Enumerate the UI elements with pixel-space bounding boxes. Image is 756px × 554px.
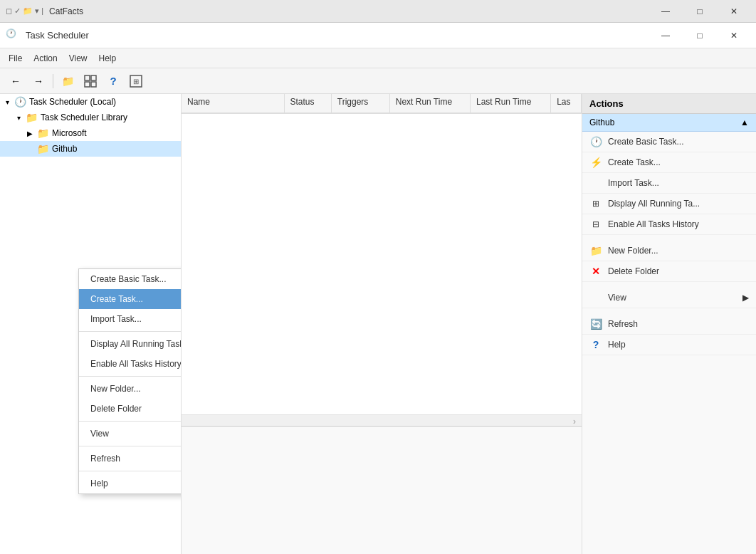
action-label: Display All Running Ta... (608, 199, 700, 209)
app-title-text: Task Scheduler (26, 30, 89, 41)
svg-rect-1 (91, 75, 96, 80)
create-basic-task-icon: 🕐 (589, 135, 602, 148)
menu-help[interactable]: Help (93, 51, 122, 66)
action-display-running[interactable]: ⊞ Display All Running Ta... (582, 194, 756, 214)
table-body (182, 114, 582, 414)
svg-text:⊞: ⊞ (133, 78, 139, 85)
ctx-separator-1 (79, 331, 182, 332)
expand-icon-microsoft: ▶ (26, 130, 34, 137)
toolbar: ← → 📁 ? ⊞ (0, 68, 756, 94)
app-minimize-button[interactable]: — (649, 26, 682, 45)
grid-button[interactable] (80, 72, 100, 90)
app-title-bar: 🕐 Task Scheduler — □ ✕ (0, 23, 756, 48)
create-task-icon: ⚡ (589, 156, 602, 169)
back-button[interactable]: ← (6, 72, 26, 90)
action-separator-1 (582, 235, 756, 241)
app-title-left: 🕐 Task Scheduler (6, 28, 89, 43)
tree-item-library[interactable]: ▾ 📁 Task Scheduler Library (0, 110, 181, 125)
ctx-create-basic-task[interactable]: Create Basic Task... (79, 269, 182, 289)
info-button[interactable]: ⊞ (126, 72, 146, 90)
title-bar: ◻ ✓ 📁 ▾ | CatFacts — □ ✕ (0, 0, 756, 23)
view-icon (589, 291, 602, 304)
col-next-run: Next Run Time (390, 94, 471, 113)
expand-icon: ▾ (3, 98, 11, 106)
app-window: 🕐 Task Scheduler — □ ✕ File Action View … (0, 23, 756, 554)
horizontal-scrollbar[interactable]: › (182, 414, 582, 426)
bottom-panel (182, 426, 582, 554)
tree-item-microsoft[interactable]: ▶ 📁 Microsoft (0, 125, 181, 141)
action-label: Create Task... (608, 157, 661, 167)
folder-button[interactable]: 📁 (58, 72, 78, 90)
ctx-display-running[interactable]: Display All Running Tasks (79, 334, 182, 354)
title-bar-left: ◻ ✓ 📁 ▾ | CatFacts (6, 6, 83, 16)
action-separator-2 (582, 282, 756, 288)
svg-rect-3 (91, 82, 96, 87)
expand-icon-library: ▾ (14, 114, 23, 122)
tree-item-task-scheduler-local[interactable]: ▾ 🕐 Task Scheduler (Local) (0, 94, 181, 110)
action-section-label: Github (589, 117, 614, 127)
tree-label: Task Scheduler (Local) (29, 97, 116, 107)
app-close-button[interactable]: ✕ (718, 26, 750, 45)
tree-icon-library: 📁 (26, 112, 38, 123)
ctx-create-task[interactable]: Create Task... (79, 289, 182, 309)
tree-label-microsoft: Microsoft (52, 128, 87, 138)
help-button[interactable]: ? (103, 72, 123, 90)
ctx-refresh[interactable]: Refresh (79, 449, 182, 469)
toolbar-separator-1 (53, 74, 53, 88)
action-new-folder[interactable]: 📁 New Folder... (582, 241, 756, 261)
ctx-enable-history[interactable]: Enable All Tasks History (79, 354, 182, 374)
title-bar-text: CatFacts (49, 6, 83, 16)
minimize-button[interactable]: — (649, 2, 682, 21)
menu-bar: File Action View Help (0, 48, 756, 68)
svg-rect-0 (85, 75, 90, 80)
action-label: Delete Folder (608, 266, 659, 276)
ctx-help[interactable]: Help (79, 474, 182, 493)
action-label: Import Task... (608, 178, 659, 188)
action-import-task[interactable]: Import Task... (582, 173, 756, 194)
action-section-github[interactable]: Github ▲ (582, 114, 756, 132)
forward-button[interactable]: → (28, 72, 48, 90)
maximize-button[interactable]: □ (683, 2, 716, 21)
ctx-separator-5 (79, 471, 182, 471)
help-icon: ? (589, 338, 602, 351)
ctx-delete-folder[interactable]: Delete Folder (79, 399, 182, 419)
left-panel: ▾ 🕐 Task Scheduler (Local) ▾ 📁 Task Sche… (0, 94, 182, 554)
action-refresh[interactable]: 🔄 Refresh (582, 314, 756, 335)
col-name: Name (182, 94, 285, 113)
ctx-new-folder[interactable]: New Folder... (79, 379, 182, 399)
ctx-separator-4 (79, 446, 182, 446)
close-button[interactable]: ✕ (718, 2, 750, 21)
col-las: Las (551, 94, 582, 113)
action-label: Create Basic Task... (608, 137, 684, 147)
tree-label-github: Github (52, 144, 77, 154)
actions-header: Actions (582, 94, 756, 114)
action-create-basic-task[interactable]: 🕐 Create Basic Task... (582, 132, 756, 152)
import-task-icon (589, 177, 602, 189)
action-create-task[interactable]: ⚡ Create Task... (582, 152, 756, 173)
action-label: New Folder... (608, 246, 658, 256)
context-menu: Create Basic Task... Create Task... Impo… (78, 268, 182, 494)
app-icon: 🕐 (6, 28, 20, 43)
action-label: Help (608, 340, 626, 350)
menu-file[interactable]: File (3, 51, 28, 66)
action-enable-history[interactable]: ⊟ Enable All Tasks History (582, 214, 756, 235)
tree-item-github[interactable]: 📁 Github (0, 141, 181, 157)
delete-folder-icon: ✕ (589, 265, 602, 278)
col-triggers: Triggers (332, 94, 390, 113)
tree-label-library: Task Scheduler Library (41, 113, 127, 122)
menu-view[interactable]: View (63, 51, 93, 66)
action-view[interactable]: View ▶ (582, 288, 756, 308)
action-separator-3 (582, 308, 756, 314)
ctx-view[interactable]: View ▶ (79, 424, 182, 444)
menu-action[interactable]: Action (28, 51, 63, 66)
new-folder-icon: 📁 (589, 244, 602, 257)
app-maximize-button[interactable]: □ (683, 26, 716, 45)
tree-icon-scheduler: 🕐 (14, 96, 26, 108)
action-help[interactable]: ? Help (582, 335, 756, 355)
main-content: ▾ 🕐 Task Scheduler (Local) ▾ 📁 Task Sche… (0, 94, 756, 554)
right-panel: Actions Github ▲ 🕐 Create Basic Task... … (582, 94, 756, 554)
action-delete-folder[interactable]: ✕ Delete Folder (582, 261, 756, 282)
action-label: Enable All Tasks History (608, 219, 699, 229)
col-last-run: Last Run Time (471, 94, 551, 113)
ctx-import-task[interactable]: Import Task... (79, 309, 182, 329)
